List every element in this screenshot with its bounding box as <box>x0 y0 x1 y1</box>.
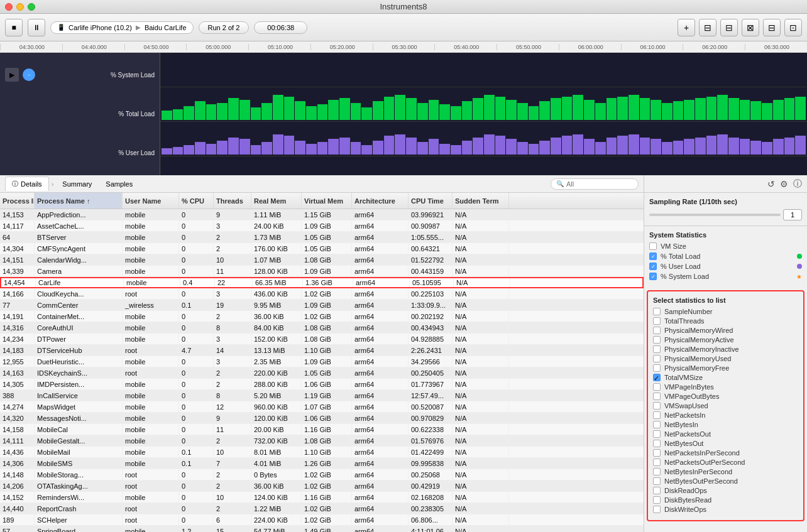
stop-button[interactable]: ■ <box>5 19 23 36</box>
select-stat-item[interactable]: VMPageInBytes <box>653 383 798 391</box>
table-row[interactable]: 14,304CMFSyncAgentmobile02176.00 KiB1.05… <box>0 243 644 254</box>
select-stat-item[interactable]: ✓TotalVMSize <box>653 374 798 381</box>
select-stat-checkbox[interactable] <box>653 308 661 315</box>
select-stat-checkbox[interactable] <box>653 468 661 475</box>
select-stat-item[interactable]: NetPacketsOut <box>653 430 798 438</box>
maximize-button[interactable] <box>28 3 35 11</box>
close-button[interactable] <box>5 3 13 11</box>
settings-icon[interactable]: ⚙ <box>780 179 788 189</box>
tab-summary[interactable]: Summary <box>56 178 98 190</box>
table-row[interactable]: 14,274MapsWidgetmobile012960.00 KiB1.07 … <box>0 401 644 413</box>
select-stat-item[interactable]: NetBytesIn <box>653 421 798 428</box>
table-row[interactable]: 14,158MobileCalmobile01120.00 KiB1.16 Gi… <box>0 424 644 435</box>
search-box[interactable]: 🔍 <box>551 178 639 190</box>
select-stat-checkbox[interactable] <box>653 411 661 419</box>
table-row[interactable]: 14,183DTServiceHubroot4.71413.13 MiB1.10… <box>0 345 644 356</box>
track-expand-button[interactable]: ▶ <box>5 68 19 82</box>
table-header-threads[interactable]: Threads <box>214 193 251 209</box>
table-row[interactable]: 14,206OTATaskingAg...root0236.00 KiB1.02… <box>0 480 644 492</box>
stat-checkbox[interactable] <box>649 263 657 270</box>
select-stat-item[interactable]: SampleNumber <box>653 308 798 315</box>
select-stat-checkbox[interactable] <box>653 345 661 353</box>
add-instrument-button[interactable]: + <box>678 19 695 36</box>
select-stat-item[interactable]: VMPageOutBytes <box>653 393 798 400</box>
stat-checkbox[interactable] <box>649 242 657 250</box>
table-row[interactable]: 57SpringBoardmobile1.21554.77 MiB1.49 Gi… <box>0 526 644 532</box>
select-stat-item[interactable]: NetBytesOutPerSecond <box>653 477 798 485</box>
select-stat-checkbox[interactable]: ✓ <box>653 374 661 381</box>
filter-button[interactable]: ⊟ <box>720 19 738 36</box>
split-button[interactable]: ⊟ <box>763 19 781 36</box>
table-row[interactable]: 189SCHelperroot06224.00 KiB1.02 GiBarm64… <box>0 514 644 526</box>
table-row[interactable]: 14,166CloudKeycha...root03436.00 KiB1.02… <box>0 288 644 300</box>
select-stat-item[interactable]: PhysicalMemoryUsed <box>653 355 798 362</box>
table-row[interactable]: 64BTServermobile021.73 MiB1.05 GiBarm641… <box>0 232 644 243</box>
select-stat-checkbox[interactable] <box>653 355 661 362</box>
table-row[interactable]: 14,440ReportCrashroot021.22 MiB1.02 GiBa… <box>0 503 644 514</box>
table-row[interactable]: 14,306MobileSMSmobile0.174.01 MiB1.26 Gi… <box>0 458 644 469</box>
table-row[interactable]: 14,117AssetCacheL...mobile0324.00 KiB1.0… <box>0 220 644 232</box>
select-stat-item[interactable]: DiskReadOps <box>653 487 798 494</box>
select-stat-item[interactable]: VMSwapUsed <box>653 402 798 410</box>
table-header-real-mem[interactable]: Real Mem <box>251 193 302 209</box>
table-row[interactable]: 388InCallServicemobile085.20 MiB1.19 GiB… <box>0 390 644 401</box>
table-row[interactable]: 14,436MobileMailmobile0.1108.01 MiB1.10 … <box>0 447 644 458</box>
system-stat-row[interactable]: % System Load★ <box>649 273 802 280</box>
minimize-button[interactable] <box>16 3 24 11</box>
pause-button[interactable]: ⏸ <box>28 19 45 36</box>
select-stat-checkbox[interactable] <box>653 487 661 494</box>
select-stat-item[interactable]: NetPacketsIn <box>653 411 798 419</box>
stat-checkbox[interactable] <box>649 273 657 280</box>
select-stat-checkbox[interactable] <box>653 402 661 410</box>
table-row[interactable]: 14,305IMDPersisten...mobile02288.00 KiB1… <box>0 379 644 390</box>
tab-samples[interactable]: Samples <box>99 178 139 190</box>
select-stat-checkbox[interactable] <box>653 430 661 438</box>
select-stat-item[interactable]: NetPacketsInPerSecond <box>653 449 798 457</box>
table-row[interactable]: 14,234DTPowermobile03152.00 KiB1.08 GiBa… <box>0 334 644 345</box>
select-stat-item[interactable]: PhysicalMemoryInactive <box>653 345 798 353</box>
table-row[interactable]: 14,454CarLifemobile0.42266.35 MiB1.36 Gi… <box>0 277 644 288</box>
select-stat-item[interactable]: PhysicalMemoryFree <box>653 364 798 372</box>
fullscreen-button[interactable]: ⊡ <box>784 19 802 36</box>
table-row[interactable]: 14,152RemindersWi...mobile010124.00 KiB1… <box>0 492 644 503</box>
device-selector[interactable]: 📱 Carlife iPhone (10.2) ▶ Baidu CarLife <box>50 21 194 34</box>
table-header-virtual-mem[interactable]: Virtual Mem <box>302 193 352 209</box>
run-selector[interactable]: Run 2 of 2 <box>199 21 250 34</box>
table-header-user-name[interactable]: User Name <box>123 193 179 209</box>
select-stat-checkbox[interactable] <box>653 421 661 428</box>
select-stat-item[interactable]: NetBytesInPerSecond <box>653 468 798 475</box>
stat-checkbox[interactable] <box>649 252 657 260</box>
system-stat-row[interactable]: VM Size <box>649 242 802 250</box>
select-stat-item[interactable]: PhysicalMemoryActive <box>653 336 798 344</box>
select-stat-checkbox[interactable] <box>653 317 661 325</box>
info-icon[interactable]: ⓘ <box>793 178 802 190</box>
table-row[interactable]: 12,955DuetHeuristic...mobile032.35 MiB1.… <box>0 356 644 367</box>
select-stat-checkbox[interactable] <box>653 459 661 466</box>
select-stat-checkbox[interactable] <box>653 506 661 513</box>
select-stat-item[interactable]: DiskBytesRead <box>653 496 798 504</box>
select-stat-checkbox[interactable] <box>653 477 661 485</box>
table-header-cpu-time[interactable]: CPU Time <box>409 193 453 209</box>
slider-track[interactable] <box>649 214 781 216</box>
system-stat-row[interactable]: % Total Load <box>649 252 802 260</box>
table-header-process-id[interactable]: Process ID <box>0 193 35 209</box>
table-row[interactable]: 14,320MessagesNoti...mobile09120.00 KiB1… <box>0 413 644 424</box>
table-header-process-name[interactable]: Process Name ↑ <box>35 193 123 209</box>
select-stat-checkbox[interactable] <box>653 327 661 334</box>
table-row[interactable]: 14,191ContainerMet...mobile0236.00 KiB1.… <box>0 311 644 322</box>
table-row[interactable]: 77CommCenter_wireless0.1199.95 MiB1.09 G… <box>0 300 644 311</box>
select-stat-checkbox[interactable] <box>653 440 661 447</box>
select-stat-item[interactable]: TotalThreads <box>653 317 798 325</box>
table-header-sudden-term[interactable]: Sudden Term <box>453 193 509 209</box>
select-stat-item[interactable]: DiskWriteOps <box>653 506 798 513</box>
table-row[interactable]: 14,339Cameramobile011128.00 KiB1.09 GiBa… <box>0 266 644 277</box>
select-stat-checkbox[interactable] <box>653 364 661 372</box>
select-stat-checkbox[interactable] <box>653 336 661 344</box>
table-row[interactable]: 14,163IDSKeychainS...root02220.00 KiB1.0… <box>0 367 644 379</box>
table-row[interactable]: 14,148MobileStorag...root020 Bytes1.02 G… <box>0 469 644 480</box>
layout-button[interactable]: ⊠ <box>742 19 759 36</box>
library-button[interactable]: ⊟ <box>699 19 716 36</box>
table-row[interactable]: 14,111MobileGestalt...mobile02732.00 KiB… <box>0 435 644 447</box>
refresh-icon[interactable]: ↺ <box>767 179 775 189</box>
table-header-%-cpu[interactable]: % CPU <box>179 193 214 209</box>
